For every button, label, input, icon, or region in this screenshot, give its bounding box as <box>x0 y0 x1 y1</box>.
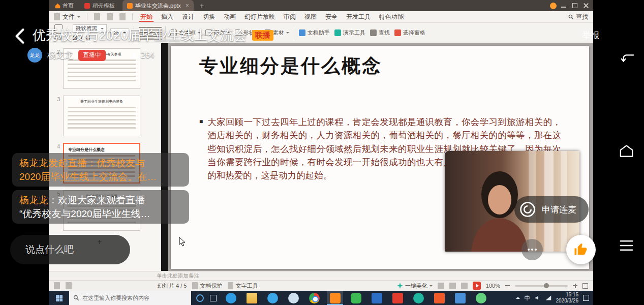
edge-browser-icon[interactable] <box>223 291 239 305</box>
mouse-cursor <box>179 237 186 247</box>
live-status-badge: 直播中 <box>78 50 106 61</box>
view-toggle-icon[interactable] <box>54 282 60 289</box>
reading-view-icon[interactable] <box>461 283 468 289</box>
close-window-icon[interactable] <box>584 3 589 8</box>
app-icon[interactable] <box>348 291 364 305</box>
slide-sorter-icon[interactable] <box>449 283 456 289</box>
wps-office-icon[interactable] <box>389 291 406 305</box>
close-tab-icon[interactable]: × <box>186 2 189 9</box>
menu-tab-devtools[interactable]: 开发工具 <box>345 12 372 22</box>
slide-thumbnail-3[interactable]: 3 关于职业生涯规划中的准备 <box>54 96 161 136</box>
menu-tab-transition[interactable]: 切换 <box>202 12 216 22</box>
viewer-count-value: 264 <box>141 51 155 60</box>
network-icon[interactable] <box>545 295 551 301</box>
new-tab-button[interactable]: + <box>197 2 207 10</box>
zoom-level[interactable]: 100% <box>486 283 500 289</box>
text-tool-label: 文字工具 <box>235 282 258 290</box>
more-options-button[interactable] <box>522 239 543 260</box>
wps-presentation-icon[interactable] <box>327 291 343 305</box>
thumbnail-preview <box>68 59 136 82</box>
stream-title: 优秀校友与2020届毕业生线上交流会 <box>33 26 247 44</box>
hidden-icons-chevron[interactable] <box>516 295 520 299</box>
word-icon[interactable] <box>369 291 385 305</box>
menu-tab-home[interactable]: 开始 <box>139 12 154 22</box>
text-tool-toggle[interactable]: 文字工具 <box>228 282 258 290</box>
menu-tab-features[interactable]: 特色功能 <box>378 12 405 22</box>
like-button[interactable] <box>566 235 596 264</box>
ime-indicator[interactable]: 中 <box>525 294 530 302</box>
chat-message-text: ：欢迎大家来观看直播 <box>48 195 145 205</box>
clock[interactable]: 15:15 2020/3/26 <box>556 292 579 304</box>
grid-toggle-icon[interactable] <box>66 282 72 289</box>
menu-file[interactable]: 文件 <box>54 13 80 21</box>
chrome-icon[interactable] <box>306 291 322 305</box>
find-button[interactable]: 查找 <box>370 29 390 37</box>
return-arrow-icon[interactable] <box>620 51 635 66</box>
home-icon <box>55 3 60 9</box>
play-slideshow-button[interactable] <box>473 282 481 290</box>
menu-tab-review[interactable]: 审阅 <box>283 12 297 22</box>
normal-view-icon[interactable] <box>438 283 444 289</box>
doc-assistant-button[interactable]: 文档助手 <box>299 29 330 37</box>
chevron-down-icon <box>77 16 80 19</box>
fit-to-window-icon[interactable] <box>582 283 588 289</box>
menu-tab-insert[interactable]: 插入 <box>160 12 174 22</box>
menu-tab-slideshow[interactable]: 幻灯片放映 <box>243 12 276 22</box>
report-button[interactable]: 举报 <box>582 29 599 41</box>
menu-tab-view[interactable]: 视图 <box>303 12 318 22</box>
menu-tab-security[interactable]: 安全 <box>324 12 339 22</box>
notification-center-icon[interactable] <box>583 295 589 301</box>
windows-logo-icon <box>56 295 63 301</box>
maximize-icon[interactable] <box>572 3 577 8</box>
text-tool-icon <box>228 282 233 289</box>
chat-input[interactable] <box>10 235 130 264</box>
home-icon[interactable] <box>619 143 634 159</box>
zoom-out-icon[interactable] <box>505 285 510 286</box>
app-icon[interactable] <box>431 291 447 305</box>
connect-mic-icon <box>518 200 537 219</box>
co-broadcast-badge: 联播 <box>252 30 273 41</box>
cortana-icon[interactable] <box>196 294 204 302</box>
doc-assistant-label: 文档助手 <box>308 29 330 37</box>
minimize-icon[interactable] <box>561 4 566 8</box>
wps-account-avatar[interactable] <box>550 3 557 9</box>
streamer-avatar[interactable]: 龙龙 <box>27 48 42 63</box>
menu-tab-animation[interactable]: 动画 <box>223 12 237 22</box>
save-icon[interactable] <box>94 13 100 20</box>
doc-protect-toggle[interactable]: 文档保护 <box>192 282 222 290</box>
presentation-tools-button[interactable]: 演示工具 <box>334 29 365 37</box>
undo-icon[interactable] <box>107 13 113 20</box>
notes-area[interactable]: 单击此处添加备注 <box>49 271 593 280</box>
file-explorer-icon[interactable] <box>243 291 260 305</box>
task-view-icon[interactable] <box>210 295 217 301</box>
wechat-icon[interactable] <box>473 291 489 305</box>
app-icon[interactable] <box>410 291 426 305</box>
beautify-label: 一键美化 <box>405 282 427 290</box>
qq-icon[interactable] <box>285 291 301 305</box>
chat-message-text-line2: “优秀校友与2020届毕业生线… <box>19 207 182 221</box>
one-click-beautify-button[interactable]: 一键美化 <box>397 282 433 290</box>
zoom-in-icon[interactable] <box>573 284 577 288</box>
tab-label: 稻壳模板 <box>93 2 115 10</box>
windows-taskbar: 中 15:15 2020/3/26 <box>49 291 593 305</box>
tim-icon[interactable] <box>452 291 468 305</box>
request-mic-button[interactable]: 申请连麦 <box>514 196 589 223</box>
redo-icon[interactable] <box>119 13 126 20</box>
shield-icon <box>192 282 198 289</box>
menu-tab-design[interactable]: 设计 <box>181 12 195 22</box>
wps-home-tab[interactable]: 首页 <box>52 0 77 11</box>
ie-browser-icon[interactable] <box>264 291 281 305</box>
taskbar-search[interactable] <box>69 291 191 305</box>
volume-icon[interactable] <box>535 295 541 301</box>
start-button[interactable] <box>49 291 69 305</box>
search-input[interactable] <box>82 295 179 301</box>
find-command[interactable]: 查找 <box>568 13 588 21</box>
back-button[interactable] <box>13 27 26 45</box>
tab-current-presentation[interactable]: 毕业生交流会.pptx × <box>122 0 194 11</box>
zoom-slider[interactable] <box>515 285 568 287</box>
doc-assistant-icon <box>299 29 305 36</box>
zoom-slider-knob[interactable] <box>544 283 549 288</box>
menu-icon[interactable] <box>619 239 634 252</box>
selection-pane-button[interactable]: 选择窗格 <box>394 29 425 37</box>
tab-docer-template[interactable]: 稻壳模板 <box>80 0 119 11</box>
